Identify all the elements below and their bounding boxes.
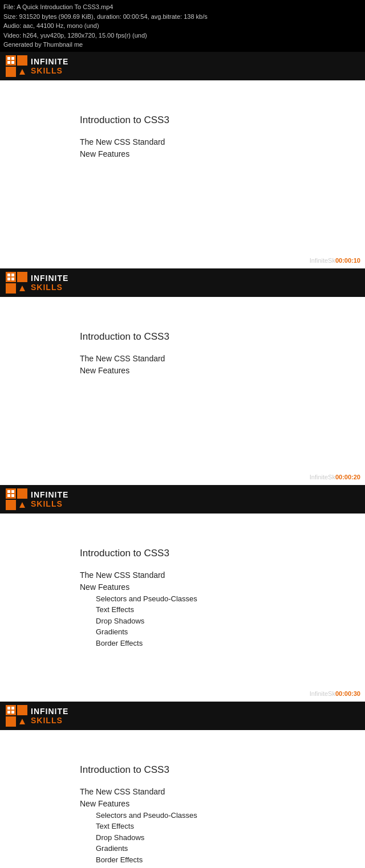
logo-skills-2: SKILLS: [31, 283, 68, 292]
slide-area-1: Introduction to CSS3 The New CSS Standar…: [0, 80, 365, 268]
logo-cell-br: [17, 67, 27, 77]
slide-area-2: Introduction to CSS3 The New CSS Standar…: [0, 297, 365, 485]
svg-rect-12: [7, 494, 10, 497]
slide-title-3: Introduction to CSS3: [80, 548, 197, 559]
slide-subitem-3-1: Text Effects: [80, 604, 197, 616]
slide-subtitle-4: The New CSS StandardNew FeaturesSelector…: [80, 786, 197, 869]
svg-rect-10: [7, 490, 10, 493]
video-section-1: INFINITE SKILLS Introduction to CSS3 The…: [0, 52, 365, 268]
logo-cell-tl: [6, 705, 16, 715]
logo-cell-tr: [17, 488, 27, 499]
logo-text-4: INFINITE SKILLS: [31, 707, 68, 725]
logo-text-2: INFINITE SKILLS: [31, 274, 68, 292]
timecode-1: 00:00:10: [335, 257, 360, 264]
slide-line-4-0: The New CSS Standard: [80, 786, 197, 798]
slide-subitem-4-4: Border Effects: [80, 854, 197, 866]
watermark-2: InfiniteSk00:00:20: [310, 474, 360, 480]
svg-rect-15: [7, 707, 10, 710]
slide-line-3-0: The New CSS Standard: [80, 569, 197, 581]
meta-line1: File: A Quick Introduction To CSS3.mp4: [3, 2, 362, 12]
video-section-4: INFINITE SKILLS Introduction to CSS3 The…: [0, 702, 365, 869]
logo-infinite-2: INFINITE: [31, 274, 68, 283]
header-bar-4: INFINITE SKILLS: [0, 702, 365, 730]
logo-cell-bl: [6, 716, 16, 727]
logo-cell-tl: [6, 488, 16, 499]
logo-cell-tr: [17, 272, 27, 282]
logo-grid-2: [6, 272, 27, 294]
slide-line-2-1: New Features: [80, 365, 169, 377]
header-bar-1: INFINITE SKILLS: [0, 52, 365, 80]
slide-subitem-3-3: Gradients: [80, 626, 197, 638]
svg-rect-6: [11, 274, 14, 276]
svg-marker-4: [19, 69, 25, 75]
svg-marker-9: [19, 286, 25, 291]
logo-skills-3: SKILLS: [31, 499, 68, 508]
slide-subtitle-3: The New CSS StandardNew FeaturesSelector…: [80, 569, 197, 649]
logo-2: INFINITE SKILLS: [6, 272, 68, 294]
slide-title-2: Introduction to CSS3: [80, 331, 169, 343]
slide-subitem-3-2: Drop Shadows: [80, 616, 197, 627]
logo-4: INFINITE SKILLS: [6, 705, 68, 727]
slide-line-1-1: New Features: [80, 148, 169, 160]
logo-cell-br: [17, 500, 27, 510]
watermark-text-2: InfiniteSk: [310, 474, 335, 480]
logo-skills-4: SKILLS: [31, 716, 68, 725]
slide-line-4-1: New Features: [80, 798, 197, 810]
logo-cell-bl: [6, 500, 16, 510]
svg-rect-18: [11, 711, 14, 714]
slide-line-3-1: New Features: [80, 581, 197, 593]
svg-rect-17: [7, 711, 10, 714]
svg-rect-11: [11, 490, 14, 493]
header-bar-2: INFINITE SKILLS: [0, 268, 365, 297]
slide-content-1: Introduction to CSS3 The New CSS Standar…: [80, 115, 169, 160]
logo-cell-br: [17, 283, 27, 294]
meta-line2: Size: 931520 bytes (909.69 KiB), duratio…: [3, 12, 362, 22]
video-section-2: INFINITE SKILLS Introduction to CSS3 The…: [0, 268, 365, 485]
svg-rect-1: [11, 57, 14, 60]
slide-subitem-4-0: Selectors and Pseudo-Classes: [80, 810, 197, 821]
meta-line4: Video: h264, yuv420p, 1280x720, 15.00 fp…: [3, 31, 362, 40]
svg-rect-7: [7, 278, 10, 280]
video-section-3: INFINITE SKILLS Introduction to CSS3 The…: [0, 485, 365, 702]
svg-rect-3: [11, 61, 14, 64]
slide-content-4: Introduction to CSS3 The New CSS Standar…: [80, 764, 197, 869]
slide-subitem-4-5: Multi-Column Layouts: [80, 865, 197, 868]
slide-line-1-0: The New CSS Standard: [80, 136, 169, 148]
watermark-text-3: InfiniteSk: [310, 690, 335, 697]
slide-content-2: Introduction to CSS3 The New CSS Standar…: [80, 331, 169, 377]
logo-text-3: INFINITE SKILLS: [31, 490, 68, 508]
logo-cell-br: [17, 716, 27, 727]
logo-3: INFINITE SKILLS: [6, 488, 68, 510]
logo-grid-4: [6, 705, 27, 727]
svg-rect-2: [7, 61, 10, 64]
timecode-2: 00:00:20: [335, 474, 360, 480]
slide-subitem-3-4: Border Effects: [80, 638, 197, 649]
svg-rect-13: [11, 494, 14, 497]
slide-line-2-0: The New CSS Standard: [80, 353, 169, 365]
slide-area-3: Introduction to CSS3 The New CSS Standar…: [0, 514, 365, 702]
svg-marker-19: [19, 719, 25, 724]
slide-content-3: Introduction to CSS3 The New CSS Standar…: [80, 548, 197, 649]
svg-marker-14: [19, 502, 25, 508]
svg-rect-0: [7, 57, 10, 60]
watermark-1: InfiniteSk00:00:10: [310, 257, 360, 264]
header-bar-3: INFINITE SKILLS: [0, 485, 365, 514]
svg-rect-5: [7, 274, 10, 276]
slide-subtitle-2: The New CSS StandardNew Features: [80, 353, 169, 377]
logo-skills-1: SKILLS: [31, 66, 68, 75]
logo-cell-tr: [17, 705, 27, 715]
logo-grid-3: [6, 488, 27, 510]
meta-line5: Generated by Thumbnail me: [3, 40, 362, 50]
slide-subitem-4-2: Drop Shadows: [80, 832, 197, 843]
logo-infinite-4: INFINITE: [31, 707, 68, 716]
svg-rect-8: [11, 278, 14, 280]
slide-title-4: Introduction to CSS3: [80, 764, 197, 776]
logo-grid-1: [6, 55, 27, 77]
logo-cell-bl: [6, 283, 16, 294]
slide-area-4: Introduction to CSS3 The New CSS Standar…: [0, 730, 365, 869]
slide-subitem-4-3: Gradients: [80, 843, 197, 854]
logo-infinite-1: INFINITE: [31, 57, 68, 66]
watermark-text-1: InfiniteSk: [310, 257, 335, 264]
meta-line3: Audio: aac, 44100 Hz, mono (und): [3, 21, 362, 31]
slide-title-1: Introduction to CSS3: [80, 115, 169, 126]
